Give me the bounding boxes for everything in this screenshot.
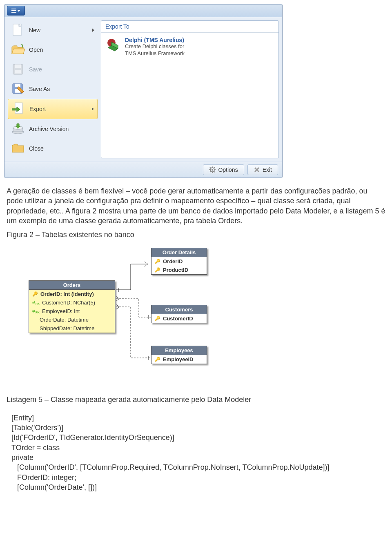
- menu-archive[interactable]: Archive Version: [8, 119, 98, 139]
- pk-icon: 🔑: [155, 316, 160, 321]
- code-line: [Column('OrderDate', [])]: [11, 482, 385, 492]
- ribbon-menu-button[interactable]: [7, 6, 25, 16]
- code-listing: [Entity] [Table('Orders')] [Id('FOrderID…: [0, 413, 392, 500]
- save-icon: [11, 62, 25, 76]
- table-orders-title: Orders: [29, 281, 115, 290]
- exit-button[interactable]: Exit: [247, 164, 278, 175]
- table-customers: Customers 🔑CustomerID: [151, 305, 207, 323]
- code-line: FOrderID: integer;: [11, 473, 385, 482]
- code-line: private: [11, 453, 385, 462]
- dialog-footer: Options Exit: [4, 162, 282, 178]
- fk-icon: ⇄FK: [32, 309, 40, 314]
- menu-export-label: Export: [29, 106, 46, 112]
- options-label: Options: [218, 167, 238, 173]
- menu-save[interactable]: Save: [8, 60, 98, 79]
- code-line: [Entity]: [11, 413, 385, 423]
- menu-close[interactable]: Close: [8, 139, 98, 158]
- table-customers-title: Customers: [151, 305, 207, 314]
- submenu-arrow-icon: [92, 29, 94, 32]
- export-dialog: New Open Save Save As: [4, 4, 283, 178]
- gear-icon: [209, 167, 216, 173]
- menu-open[interactable]: Open: [8, 40, 98, 60]
- export-submenu-header: Export To: [101, 21, 278, 33]
- code-line: TOrder = class: [11, 443, 385, 453]
- svg-line-30: [214, 167, 215, 168]
- archive-icon: [11, 122, 25, 136]
- menu-open-label: Open: [29, 47, 43, 53]
- orders-col-customerid: CustomerID: NChar(5): [42, 300, 95, 306]
- orderdetails-col-orderid: OrderID: [163, 258, 183, 264]
- export-icon: [11, 102, 25, 116]
- table-orderdetails-title: Order Details: [151, 248, 207, 257]
- orders-col-orderid: OrderID: Int (identity): [40, 291, 94, 297]
- pk-icon: 🔑: [155, 259, 160, 264]
- save-as-icon: [11, 82, 25, 96]
- customers-col-customerid: CustomerID: [163, 315, 193, 322]
- table-employees: Employees 🔑EmployeeID: [151, 346, 207, 364]
- dialog-titlebar: [4, 4, 282, 17]
- pk-icon: 🔑: [155, 267, 160, 273]
- orders-col-orderdate: OrderDate: Datetime: [40, 317, 89, 323]
- pk-icon: 🔑: [32, 291, 38, 297]
- code-line: [Column('OrderID', [TColumnProp.Required…: [11, 462, 385, 472]
- table-employees-title: Employees: [151, 346, 207, 355]
- er-diagram: Orders 🔑OrderID: Int (identity) ⇄FKCusto…: [16, 248, 220, 386]
- figure-caption: Figura 2 – Tabelas existentes no banco: [7, 230, 385, 240]
- svg-rect-12: [15, 103, 22, 113]
- options-button[interactable]: Options: [203, 164, 244, 175]
- folder-open-icon: [11, 43, 25, 57]
- menu-saveas[interactable]: Save As: [8, 79, 98, 99]
- table-orderdetails: Order Details 🔑OrderID 🔑ProductID: [151, 248, 207, 275]
- menu-saveas-label: Save As: [29, 86, 50, 92]
- new-file-icon: [11, 23, 25, 37]
- svg-marker-3: [12, 49, 25, 54]
- export-option-desc2: TMS Aurelius Framework: [125, 50, 185, 57]
- close-icon: [254, 167, 260, 173]
- menu-new-label: New: [29, 27, 40, 33]
- paragraph-1: A geração de classes é bem flexível – vo…: [7, 186, 385, 226]
- menu-export[interactable]: Export: [8, 99, 98, 119]
- employees-col-employeeid: EmployeeID: [163, 356, 193, 362]
- export-option-desc1: Create Delphi classes for: [125, 43, 185, 50]
- export-option-title: Delphi (TMS Aurelius): [125, 37, 185, 43]
- svg-rect-7: [15, 70, 21, 73]
- menu-save-label: Save: [29, 66, 42, 73]
- orders-col-employeeid: EmployeeID: Int: [42, 308, 80, 314]
- export-delphi-option[interactable]: Delphi (TMS Aurelius) Create Delphi clas…: [101, 33, 278, 61]
- file-menu: New Open Save Save As: [8, 20, 98, 158]
- folder-close-icon: [11, 142, 25, 155]
- orderdetails-col-productid: ProductID: [163, 267, 188, 273]
- exit-label: Exit: [263, 167, 272, 173]
- svg-line-28: [210, 167, 211, 168]
- listing-caption: Listagem 5 – Classe mapeada gerada autom…: [7, 395, 385, 404]
- svg-marker-18: [12, 144, 24, 152]
- dropdown-icon: [17, 10, 20, 12]
- submenu-arrow-icon: [92, 107, 94, 111]
- svg-rect-6: [15, 64, 21, 68]
- svg-line-29: [214, 171, 215, 172]
- svg-point-23: [212, 169, 213, 171]
- code-line: [Id('FOrderID', TIdGenerator.IdentityOrS…: [11, 433, 385, 442]
- code-line: [Table('Orders')]: [11, 423, 385, 433]
- delphi-icon: [105, 37, 121, 52]
- menu-new[interactable]: New: [8, 20, 98, 40]
- svg-line-31: [210, 171, 211, 172]
- orders-col-shippeddate: ShippedDate: Datetime: [40, 325, 94, 331]
- export-submenu: Export To Delphi (TMS Aurelius) Create D…: [101, 20, 279, 158]
- table-orders: Orders 🔑OrderID: Int (identity) ⇄FKCusto…: [29, 280, 115, 333]
- menu-archive-label: Archive Version: [29, 126, 69, 132]
- svg-rect-9: [15, 84, 20, 87]
- menu-close-label: Close: [29, 145, 44, 152]
- fk-icon: ⇄FK: [32, 300, 40, 306]
- pk-icon: 🔑: [155, 357, 160, 362]
